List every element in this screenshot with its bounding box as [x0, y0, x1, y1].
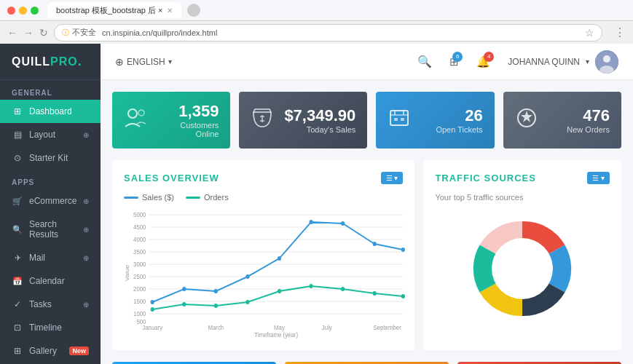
- svg-text:3000: 3000: [133, 260, 146, 268]
- sidebar-item-layout[interactable]: ▤ Layout ⊕: [0, 123, 101, 146]
- tickets-label: Open Tickets: [421, 125, 482, 134]
- ecommerce-icon: 🛒: [12, 197, 23, 206]
- sidebar-item-mail[interactable]: ✈ Mail ⊕: [0, 246, 101, 269]
- close-dot[interactable]: [7, 7, 15, 15]
- traffic-subtitle: Your top 5 traffic sources: [435, 193, 523, 202]
- svg-rect-9: [394, 118, 398, 121]
- user-menu[interactable]: JOHANNA QUINN ▾: [508, 50, 618, 74]
- legend-orders-color: [186, 197, 200, 199]
- bell-button[interactable]: 🔔 4: [476, 55, 490, 68]
- svg-text:1500: 1500: [133, 297, 146, 305]
- tickets-value: 26: [421, 106, 482, 125]
- app-layout: QUILLPRO. GENERAL ⊞ Dashboard ▤ Layout ⊕…: [0, 44, 633, 364]
- browser-profile-icon: [187, 4, 200, 17]
- svg-point-4: [138, 110, 144, 116]
- customers-icon: [124, 106, 147, 135]
- chart-legend: Sales ($) Orders: [124, 193, 403, 202]
- svg-text:July: July: [322, 323, 333, 331]
- lang-chevron-icon: ▾: [168, 58, 172, 66]
- customers-label: Customers Online: [157, 121, 219, 138]
- browser-chrome: bootstrap 模板_bootstrap 后 × ✕ ← → ↻ ⓘ 不安全…: [0, 0, 633, 44]
- sales-label: Today's Sales: [284, 125, 355, 134]
- back-button[interactable]: ←: [7, 27, 17, 39]
- tickets-icon: [388, 106, 411, 135]
- security-icon: ⓘ: [62, 28, 69, 38]
- sidebar-item-gallery[interactable]: ⊞ Gallery New: [0, 339, 101, 363]
- sidebar-item-label: Mail: [29, 253, 83, 263]
- timeline-icon: ⊡: [12, 323, 23, 333]
- bookmark-icon[interactable]: ☆: [585, 27, 594, 39]
- svg-text:January: January: [142, 323, 163, 331]
- minimize-dot[interactable]: [19, 7, 27, 15]
- tasks-icon: ✓: [12, 299, 23, 309]
- language-selector[interactable]: ⊕ ENGLISH ▾: [115, 56, 172, 68]
- sidebar-item-timeline[interactable]: ⊡ Timeline: [0, 316, 101, 339]
- svg-text:1000: 1000: [133, 309, 146, 317]
- maximize-dot[interactable]: [31, 7, 39, 15]
- svg-text:2000: 2000: [133, 285, 146, 293]
- sales-value: $7,349.90: [284, 106, 355, 125]
- traffic-chart-menu-button[interactable]: ☰ ▾: [587, 172, 610, 184]
- refresh-button[interactable]: ↻: [39, 27, 48, 39]
- sidebar-item-tasks[interactable]: ✓ Tasks ⊕: [0, 293, 101, 316]
- avatar: [595, 50, 618, 74]
- logo-text: QUILLPRO.: [12, 55, 82, 68]
- sidebar-item-search[interactable]: 🔍 Search Results ⊕: [0, 213, 101, 246]
- sidebar-item-label: Tasks: [29, 299, 83, 309]
- stat-tickets: 26 Open Tickets: [376, 92, 494, 149]
- svg-text:Timeframe (year): Timeframe (year): [254, 331, 298, 339]
- grid-badge-count: 6: [452, 52, 463, 62]
- gallery-icon: ⊞: [12, 346, 23, 356]
- svg-text:2500: 2500: [133, 272, 146, 280]
- traffic-chart-card: TRAFFIC SOURCES ☰ ▾ Your top 5 traffic s…: [423, 160, 621, 350]
- url-security-label: 不安全: [72, 27, 96, 38]
- url-text: cn.inspinia.cn/quillpro/index.html: [102, 28, 217, 37]
- orders-label: New Orders: [549, 125, 610, 134]
- svg-point-31: [151, 300, 154, 304]
- language-label: ENGLISH: [127, 57, 165, 67]
- sidebar-item-calendar[interactable]: 📅 Calendar: [0, 269, 101, 293]
- svg-point-47: [373, 291, 377, 296]
- svg-rect-10: [401, 118, 404, 121]
- tab-close-icon[interactable]: ✕: [167, 7, 173, 15]
- sidebar-logo: QUILLPRO.: [0, 44, 101, 80]
- dashboard-icon: ⊞: [12, 106, 23, 116]
- layout-icon: ▤: [12, 130, 23, 140]
- svg-point-3: [128, 109, 137, 118]
- traffic-chart-title: TRAFFIC SOURCES ☰ ▾: [435, 172, 610, 184]
- calendar-icon: 📅: [12, 277, 23, 286]
- svg-point-37: [341, 221, 345, 226]
- browser-menu-icon[interactable]: ⋮: [614, 25, 626, 39]
- grid-notifications-button[interactable]: ⊞ 6: [449, 55, 459, 68]
- sidebar-item-label: eCommerce: [29, 196, 83, 206]
- main-content: ⊕ ENGLISH ▾ 🔍 ⊞ 6 🔔 4 JOHANNA QUINN ▾: [101, 44, 633, 364]
- svg-point-38: [373, 242, 377, 246]
- address-bar[interactable]: ⓘ 不安全 cn.inspinia.cn/quillpro/index.html…: [54, 24, 602, 41]
- sidebar-item-ecommerce[interactable]: 🛒 eCommerce ⊕: [0, 189, 101, 213]
- browser-tab[interactable]: bootstrap 模板_bootstrap 后 × ✕: [47, 2, 181, 18]
- svg-point-32: [182, 287, 186, 291]
- svg-point-44: [278, 289, 281, 293]
- section-label-general: GENERAL: [0, 80, 101, 100]
- sidebar-item-label: Calendar: [29, 276, 89, 286]
- section-label-apps: APPS: [0, 170, 101, 189]
- svg-rect-5: [390, 111, 408, 125]
- sidebar-item-starter[interactable]: ⊙ Starter Kit: [0, 146, 101, 170]
- sales-chart-menu-button[interactable]: ☰ ▾: [381, 172, 404, 184]
- sidebar-item-dashboard[interactable]: ⊞ Dashboard: [0, 100, 101, 123]
- svg-point-1: [603, 55, 610, 63]
- svg-point-41: [182, 302, 186, 306]
- mail-icon: ✈: [12, 253, 23, 263]
- chevron-icon: ⊕: [83, 197, 89, 205]
- orders-value: 476: [549, 106, 610, 125]
- globe-icon: ⊕: [115, 56, 124, 68]
- search-button[interactable]: 🔍: [417, 55, 432, 68]
- svg-point-43: [245, 300, 249, 304]
- bell-badge-count: 4: [484, 52, 494, 62]
- sidebar-item-label: Dashboard: [29, 106, 89, 116]
- sidebar-item-label: Gallery: [29, 346, 66, 356]
- search-icon: 🔍: [417, 55, 432, 68]
- svg-point-39: [401, 248, 405, 252]
- svg-point-36: [309, 220, 312, 224]
- forward-button[interactable]: →: [23, 27, 34, 39]
